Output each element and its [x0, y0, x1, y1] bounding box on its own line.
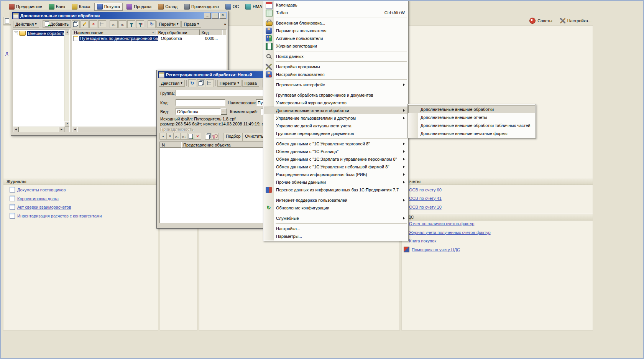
menu-item-universal-journal[interactable]: Универсальный журнал документов — [264, 99, 408, 107]
settings-button[interactable]: Настройка... — [559, 17, 593, 25]
sort-asc-button[interactable] — [110, 20, 118, 28]
menubar-item-enterprise[interactable]: Предприятие — [6, 3, 45, 11]
copy-row-button[interactable] — [205, 133, 212, 140]
menu-item-group-processing[interactable]: Групповая обработка справочников и докум… — [264, 91, 408, 99]
filter-off-button[interactable] — [136, 20, 144, 28]
tree-expand-icon[interactable]: + — [14, 31, 18, 35]
column-header-code[interactable]: Код — [200, 30, 222, 35]
rights-button[interactable]: Права — [242, 80, 259, 87]
submenu-item-external-reports[interactable]: Дополнительные внешние отчеты — [408, 113, 535, 121]
menu-item-temporary-lock[interactable]: Временная блокировка... — [264, 19, 408, 27]
submenu-item-external-processings[interactable]: Дополнительные внешние обработки — [408, 105, 535, 113]
copy-button[interactable] — [72, 20, 80, 28]
menu-item-user-access-management[interactable]: Управление пользователями и доступом — [264, 114, 408, 122]
menubar-item-purchase[interactable]: Покупка — [94, 3, 123, 11]
group-field[interactable] — [176, 90, 271, 96]
structure-button[interactable] — [206, 79, 214, 87]
copy-button[interactable] — [197, 79, 205, 87]
close-button[interactable]: × — [219, 13, 226, 19]
menu-item-group-reposting[interactable]: Групповое перепроведение документов — [264, 130, 408, 137]
goto-button[interactable]: Перейти▾ — [156, 21, 181, 28]
submenu-item-external-print-forms[interactable]: Дополнительные внешние печатные формы — [408, 129, 535, 137]
clear-row-button[interactable] — [212, 133, 219, 140]
delete-button[interactable]: × — [89, 20, 97, 28]
menu-item-other-exchanges[interactable]: Прочие обмены данными — [264, 178, 408, 186]
menu-item-switch-interface[interactable]: Переключить интерфейс — [264, 81, 408, 89]
menubar-item-fixed-assets[interactable]: ОС — [223, 3, 242, 11]
menu-item-exchange-retail[interactable]: Обмен данными с "1С:Розница" — [264, 148, 408, 155]
toolbar-overflow-icon[interactable]: » — [224, 22, 226, 26]
menu-item-tablo[interactable]: ТаблоCtrl+Alt+W — [264, 9, 408, 16]
menu-item-customize[interactable]: Настройка... — [264, 225, 408, 232]
menu-item-actual-date-management[interactable]: Управление датой актуальности учета — [264, 122, 408, 130]
refresh-button[interactable]: ↻ — [148, 20, 156, 28]
maximize-button[interactable]: □ — [212, 13, 219, 19]
menu-item-user-parameters[interactable]: Параметры пользователя — [264, 27, 408, 35]
menu-item-distributed-infobase[interactable]: Распределенная информационная база (РИБ) — [264, 171, 408, 178]
menu-item-exchange-payroll[interactable]: Обмен данными с "1С:Зарплата и управлени… — [264, 155, 408, 163]
menubar-item-intangible-assets[interactable]: НМА — [243, 3, 264, 11]
clear-button[interactable]: Очистить — [242, 133, 266, 141]
link-received-invoices-journal[interactable]: Журнал учета полученных счетов-фактур — [409, 229, 491, 235]
add-row-button[interactable] — [187, 133, 194, 140]
tips-button[interactable]: Советы — [528, 17, 554, 25]
scroll-right-icon[interactable]: ▶ — [59, 127, 64, 132]
menu-item-user-settings[interactable]: Настройки пользователя — [264, 71, 408, 78]
menu-item-data-search[interactable]: Поиск данных — [264, 53, 408, 60]
menu-item-exchange-trade[interactable]: Обмен данными с "1С:Управление торговлей… — [264, 140, 408, 148]
menu-item-transfer-77[interactable]: Перенос данных из информационных баз 1С:… — [264, 186, 408, 194]
window-titlebar[interactable]: Дополнительные внешние обработки _ □ × — [12, 12, 227, 19]
sort-desc-button[interactable] — [118, 20, 127, 28]
link-osv-10[interactable]: ОСВ по счету 10 — [409, 204, 442, 210]
tree-node-external-processings[interactable]: + Внешние обработки — [13, 30, 69, 37]
menu-item-parameters[interactable]: Параметры... — [264, 232, 408, 240]
link-invoice-presence-report[interactable]: Отчет по наличию счетов-фактур — [409, 221, 474, 226]
menubar-item-cash[interactable]: Касса — [69, 3, 93, 11]
column-header-n[interactable]: N — [160, 142, 181, 148]
cell-name[interactable]: Путеводитель по демонстрационной базе — [72, 35, 159, 41]
rights-button[interactable]: Права▾ — [181, 21, 201, 28]
tree-vertical-scrollbar[interactable]: ▲ ▼ — [64, 30, 69, 127]
scroll-left-icon[interactable]: ◀ — [72, 127, 78, 132]
add-button[interactable]: Добавить — [43, 20, 71, 28]
goto-button[interactable]: Перейти▾ — [217, 80, 242, 87]
link-purchase-book[interactable]: Книга покупок — [409, 238, 436, 244]
toolbar-icon[interactable] — [3, 17, 11, 25]
pick-button[interactable]: Подбор — [223, 133, 243, 141]
link-reconciliation-act[interactable]: Акт сверки взаиморасчетов — [10, 204, 71, 210]
column-header-kind[interactable]: Вид обработки — [156, 30, 200, 35]
column-header-name[interactable]: Наименование▼ — [72, 30, 156, 35]
menubar-item-warehouse[interactable]: Склад — [155, 3, 180, 11]
move-down-button[interactable]: ▼ — [166, 133, 174, 140]
tree-horizontal-scrollbar[interactable]: ◀ ▶ — [13, 127, 64, 132]
menu-item-service[interactable]: Служебные — [264, 214, 408, 222]
scroll-down-icon[interactable]: ▼ — [64, 121, 70, 127]
link-osv-60[interactable]: ОСВ по счету 60 — [409, 187, 442, 193]
actions-button[interactable]: Действия▾ — [159, 80, 185, 87]
menubar-item-sale[interactable]: Продажа — [124, 3, 154, 11]
code-field[interactable] — [176, 99, 225, 106]
menu-item-active-users[interactable]: Активные пользователи — [264, 35, 408, 42]
reread-button[interactable]: ↻ — [188, 79, 196, 87]
menu-item-additional-reports-processings[interactable]: Дополнительные отчеты и обработки — [264, 107, 408, 114]
menu-item-calendar[interactable]: Календарь — [264, 1, 408, 9]
cell-kind[interactable]: Обработка — [159, 35, 204, 41]
menu-item-registration-journal[interactable]: Журнал регистрации — [264, 42, 408, 50]
sort-asc-button[interactable] — [173, 133, 181, 140]
link-vat-assistant[interactable]: Помощник по учету НДС — [404, 247, 460, 252]
hierarchy-button[interactable] — [98, 20, 106, 28]
link-settlements-inventory[interactable]: Инвентаризация расчетов с контрагентами — [10, 213, 102, 219]
menubar-item-bank[interactable]: Банк — [46, 3, 68, 11]
actions-button[interactable]: Действия▾ — [13, 21, 39, 28]
menu-item-exchange-small-firm[interactable]: Обмен данными с "1С:Управление небольшой… — [264, 163, 408, 171]
move-up-button[interactable]: ▲ — [159, 133, 167, 140]
delete-row-button[interactable]: × — [194, 133, 201, 140]
sort-desc-button[interactable] — [180, 133, 187, 140]
menubar-item-production[interactable]: Производство — [181, 3, 222, 11]
scrollbar-thumb[interactable] — [77, 127, 163, 132]
scroll-up-icon[interactable]: ▲ — [64, 30, 70, 35]
filter-button[interactable] — [127, 20, 135, 28]
link-debt-correction[interactable]: Корректировка долга — [10, 196, 59, 201]
table-row[interactable]: Путеводитель по демонстрационной базе Об… — [72, 35, 226, 41]
menu-item-program-settings[interactable]: Настройка программы — [264, 63, 408, 71]
